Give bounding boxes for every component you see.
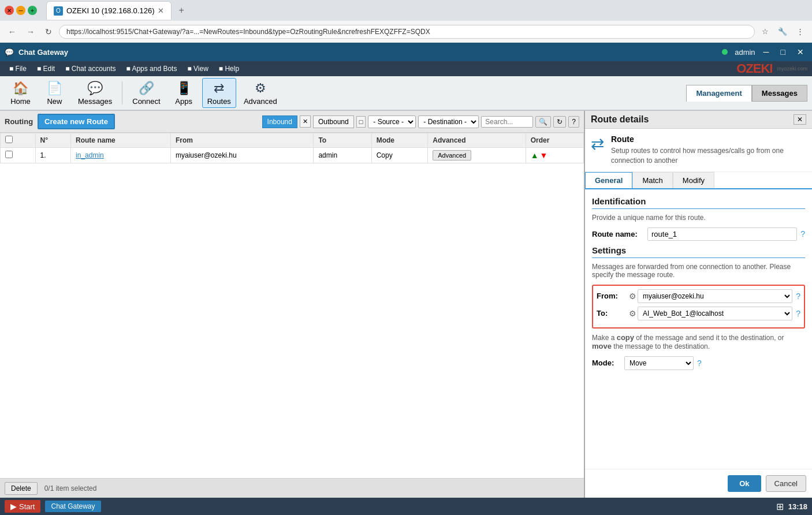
menu-btn[interactable]: ⋮ [793, 25, 807, 38]
new-btn[interactable]: 📄 New [39, 78, 70, 108]
bottom-bar: Delete 0/1 item selected [0, 478, 584, 498]
address-bar[interactable] [59, 25, 755, 39]
from-gear-icon: ⚙ [629, 292, 636, 301]
messages-btn[interactable]: 💬 Messages [73, 78, 117, 108]
apps-btn[interactable]: 📱 Apps [168, 78, 200, 108]
reload-btn[interactable]: ↻ [42, 25, 55, 39]
menu-file[interactable]: ■ File [5, 64, 31, 74]
inbound-clear-btn[interactable]: ✕ [300, 115, 311, 128]
settings-section: Settings Messages are forwarded from one… [592, 245, 805, 370]
back-btn[interactable]: ← [5, 25, 20, 39]
tab-bar: O OZEKI 10 (192.168.0.126) ✕ + [42, 1, 193, 20]
add-tab-btn[interactable]: + [174, 3, 188, 18]
app-restore-btn[interactable]: □ [777, 46, 789, 58]
start-icon: ▶ [10, 502, 17, 511]
cancel-btn[interactable]: Cancel [766, 475, 806, 492]
new-icon: 📄 [47, 81, 62, 96]
help-btn[interactable]: ? [568, 116, 579, 128]
menu-view[interactable]: ■ View [182, 64, 213, 74]
destination-select[interactable]: - Destination - [418, 115, 479, 128]
win-close-btn[interactable]: ✕ [5, 6, 14, 15]
order-up-btn[interactable]: ▲ [531, 151, 539, 160]
browser-nav-icons: ☆ 🔧 ⋮ [758, 25, 807, 38]
route-details-header: Route details ✕ [585, 111, 812, 129]
tab-favicon: O [54, 6, 63, 16]
bookmark-btn[interactable]: ☆ [758, 25, 772, 38]
create-route-btn[interactable]: Create new Route [38, 114, 115, 129]
route-tab-modify[interactable]: Modify [673, 172, 714, 188]
app-title-left: 💬 Chat Gateway [5, 48, 68, 57]
to-row: To: ⚙ AI_Web_Bot_1@localhost ? [597, 307, 800, 320]
menu-apps-bots[interactable]: ■ Apps and Bots [121, 64, 181, 74]
routes-btn[interactable]: ⇄ Routes [202, 78, 236, 108]
start-btn[interactable]: ▶ Start [5, 500, 40, 513]
row-advanced-btn[interactable]: Advanced [433, 150, 471, 161]
menu-chat-accounts[interactable]: ■ Chat accounts [61, 64, 120, 74]
search-btn[interactable]: 🔍 [535, 116, 551, 128]
row-checkbox[interactable] [5, 151, 13, 158]
extensions-btn[interactable]: 🔧 [774, 25, 791, 38]
to-help-icon[interactable]: ? [796, 309, 800, 318]
apps-icon: 📱 [176, 81, 192, 96]
delete-btn[interactable]: Delete [5, 482, 38, 495]
order-down-btn[interactable]: ▼ [540, 151, 548, 160]
route-tab-match[interactable]: Match [632, 172, 672, 188]
ozeki-sub: myozeki.com [777, 66, 807, 72]
tab-management[interactable]: Management [686, 85, 751, 102]
ok-btn[interactable]: Ok [728, 475, 761, 492]
from-help-icon[interactable]: ? [796, 292, 800, 301]
app-minimize-btn[interactable]: ─ [760, 46, 773, 58]
source-select[interactable]: - Source - [368, 115, 416, 128]
mode-row: Mode: Move Copy ? [592, 356, 805, 370]
home-label: Home [10, 97, 31, 106]
from-select[interactable]: myaiuser@ozeki.hu [638, 289, 792, 303]
identification-section: Identification Provide a unique name for… [592, 196, 805, 241]
app-close-btn[interactable]: ✕ [794, 46, 807, 58]
order-btns: ▲ ▼ [531, 151, 579, 160]
search-input[interactable] [481, 116, 533, 128]
outbound-tab-btn[interactable]: Outbound [313, 115, 354, 128]
inbound-tab-btn[interactable]: Inbound [262, 115, 297, 128]
window-controls: ✕ ─ + [5, 6, 37, 15]
status-bar-right: ⊞ 13:18 [776, 501, 807, 512]
col-order: Order [526, 133, 583, 148]
route-name-input[interactable] [647, 227, 797, 241]
route-details-panel: Route details ✕ ⇄ Route Setup routes to … [584, 111, 812, 498]
mode-help-icon[interactable]: ? [697, 359, 702, 368]
tab-close-btn[interactable]: ✕ [158, 6, 164, 15]
home-btn[interactable]: 🏠 Home [5, 78, 36, 108]
menu-help[interactable]: ■ Help [214, 64, 244, 74]
main-area: Routing Create new Route Inbound ✕ Outbo… [0, 111, 812, 498]
outbound-filter-btn[interactable]: □ [356, 116, 366, 128]
advanced-btn[interactable]: ⚙ Advanced [239, 78, 282, 108]
route-details-close-btn[interactable]: ✕ [794, 114, 806, 125]
toolbar: 🏠 Home 📄 New 💬 Messages 🔗 Connect 📱 Apps… [0, 76, 812, 111]
identification-title: Identification [592, 196, 805, 209]
forward-btn[interactable]: → [23, 25, 38, 39]
win-minimize-btn[interactable]: ─ [16, 6, 25, 15]
route-table: N° Route name From To Mode Advanced Orde… [0, 133, 584, 163]
apps-label: Apps [175, 97, 192, 106]
route-name-help-icon[interactable]: ? [800, 229, 805, 238]
to-select[interactable]: AI_Web_Bot_1@localhost [638, 307, 792, 320]
select-all-checkbox[interactable] [5, 136, 13, 143]
advanced-label: Advanced [244, 97, 277, 106]
ozeki-logo: OZEKI [736, 61, 772, 76]
row-from: myaiuser@ozeki.hu [171, 148, 314, 163]
mode-select[interactable]: Move Copy [624, 356, 694, 370]
selection-label: 0/1 item selected [44, 484, 97, 492]
route-tab-general[interactable]: General [585, 172, 632, 188]
tab-messages[interactable]: Messages [752, 85, 807, 102]
connect-btn[interactable]: 🔗 Connect [127, 78, 165, 108]
row-checkbox-cell [1, 148, 36, 163]
menu-edit[interactable]: ■ Edit [32, 64, 59, 74]
action-bar: Ok Cancel [585, 469, 812, 498]
messages-label: Messages [78, 97, 112, 106]
win-maximize-btn[interactable]: + [28, 6, 37, 15]
refresh-btn[interactable]: ↻ [553, 116, 566, 128]
table-row[interactable]: 1. in_admin myaiuser@ozeki.hu admin Copy… [1, 148, 584, 163]
gateway-badge[interactable]: Chat Gateway [45, 501, 100, 512]
route-info-text: Route Setup routes to control how messag… [611, 135, 806, 166]
settings-desc: Messages are forwarded from one connecti… [592, 263, 805, 279]
browser-tab[interactable]: O OZEKI 10 (192.168.0.126) ✕ [46, 1, 172, 20]
